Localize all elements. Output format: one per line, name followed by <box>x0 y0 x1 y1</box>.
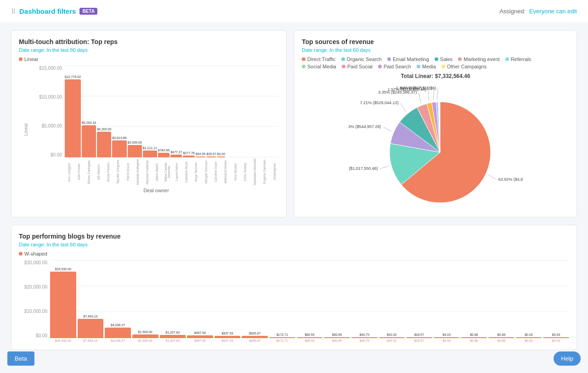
pie-legend-label: Organic Search <box>347 56 382 62</box>
beta-button[interactable]: Beta <box>7 351 34 357</box>
chart1-bar-label: $2,813.66 <box>112 136 126 139</box>
chart1-bar <box>158 153 170 157</box>
chart3-bar-col: $7,463.10 <box>78 260 104 338</box>
chart3-bar-label: $1,207.82 <box>165 331 180 334</box>
chart3-y-labels: $30,000.00 $20,000.00 $10,000.00 $0.00 <box>19 260 50 338</box>
pie-legend-dot <box>378 65 382 68</box>
pie-legend-label: Paid Social <box>347 64 373 69</box>
chart1-bar <box>112 140 126 158</box>
y-label-3: $0.00 <box>34 152 62 157</box>
header-left: ⠿ Dashboard filters BETA <box>11 7 97 15</box>
chart1-x-label: Laura Fallon <box>172 158 181 186</box>
chart1-bar-label: $477.27 <box>170 150 182 154</box>
chart3-x-label: $1,500.00 <box>132 339 158 342</box>
pie-leader-line <box>488 175 497 180</box>
chart1-legend-dot <box>19 57 23 61</box>
chart1-bar <box>170 155 182 157</box>
chart1-bar-col: $784.95 <box>158 66 170 157</box>
beta-badge: BETA <box>79 8 97 15</box>
pie-legend-label: Other Campaigns <box>447 64 486 69</box>
chart1-bar-label: $5,263.16 <box>82 121 96 124</box>
chart1-bar-label: $4,200.00 <box>97 128 111 131</box>
assigned-value[interactable]: Everyone can edit <box>529 8 577 15</box>
chart1-x-label: Aleksand Derjev <box>221 158 230 186</box>
chart2-card: Top sources of revenue Date range: In th… <box>294 30 577 217</box>
chart1-bar-label: $1,111.11 <box>143 146 157 150</box>
assigned-label: Assigned: <box>499 8 526 15</box>
chart3-title: Top performing blogs by revenue <box>19 233 569 240</box>
chart3-bar-col: $937.53 <box>215 260 241 338</box>
chart3-bar-label: $46.75 <box>359 333 369 336</box>
pie-legend-item: Direct Traffic <box>302 56 336 62</box>
chart1-x-label: Kim Lindgren <box>65 158 74 186</box>
chart3-bar-col: $0.88 <box>488 260 514 338</box>
chart3-bar-col: $0.03 <box>543 260 569 338</box>
pie-legend-label: Sales <box>440 56 453 62</box>
chart1-bar-col <box>232 66 236 157</box>
chart1-bar-col: $2,009.09 <box>128 66 142 157</box>
pie-legend-item: Paid Social <box>342 64 373 69</box>
y-label-1: $10,000.00 <box>34 95 62 100</box>
chart1-legend: Linear <box>19 56 279 62</box>
chart3-bar-label: $997.50 <box>194 331 206 334</box>
row-1: Multi-touch attribution: Top reps Date r… <box>11 30 577 217</box>
chart3-bar-col: $997.50 <box>187 260 213 338</box>
chart3-x-label: $997.50 <box>187 339 213 342</box>
chart3-x-label: $25,530.00 <box>50 339 76 342</box>
grid-icon: ⠿ <box>11 8 16 15</box>
chart1-bar-label: $277.78 <box>183 151 194 155</box>
pie-leader-line <box>383 127 392 131</box>
pie-legend-item: Social Media <box>302 64 336 69</box>
chart3-bar-label: $80.65 <box>332 333 342 336</box>
chart3-x-label: $0.88 <box>488 339 514 342</box>
chart3-bar <box>406 337 432 338</box>
chart1-bar-col <box>253 66 258 157</box>
chart3-bar <box>187 335 213 338</box>
chart3-bar <box>351 337 378 338</box>
chart3-bar-label: $937.53 <box>221 332 233 335</box>
pie-legend-dot <box>441 65 445 68</box>
chart1-x-label: Morgan Duncan <box>202 158 210 186</box>
chart3-bar-col: $46.75 <box>351 260 378 338</box>
chart3-bar-col: $25,530.00 <box>50 260 76 338</box>
pie-legend-dot <box>435 57 438 61</box>
chart1-bar-col: $277.78 <box>183 66 194 157</box>
pie-legend-dot <box>387 57 391 61</box>
chart3-bar <box>543 337 569 338</box>
chart3-x-label: $0.03 <box>543 339 569 342</box>
chart3-bar-col: $1,207.82 <box>160 260 186 338</box>
chart3-bar-label: $4,036.37 <box>111 323 125 327</box>
chart1-bar-col: $5,263.16 <box>82 66 96 157</box>
chart1-x-label: Sebastian Mocellin <box>250 158 259 186</box>
chart3-bar-label: $86.55 <box>305 333 314 336</box>
chart1-bar-col: $477.27 <box>170 66 182 157</box>
y-label-2: $5,000.00 <box>34 123 62 128</box>
chart3-bar-label: $0.88 <box>498 333 506 336</box>
chart2-subtitle: Date range: In the last 60 days <box>302 47 569 53</box>
chart1-inner: $15,000.00 $10,000.00 $5,000.00 $0.00 <box>34 66 279 193</box>
chart1-x-axis-title: Deal owner <box>34 188 279 193</box>
chart1-bar-label: $4.00 <box>217 152 226 156</box>
chart1-bar-col <box>237 66 242 157</box>
chart3-bar <box>160 335 186 338</box>
chart3-body: $30,000.00 $20,000.00 $10,000.00 $0.00 $… <box>19 260 569 338</box>
header-right: Assigned: Everyone can edit <box>499 8 577 15</box>
chart1-x-label: Unassigned <box>270 158 279 186</box>
main-content: Multi-touch attribution: Top reps Date r… <box>0 23 588 357</box>
pie-leader-line <box>437 88 438 100</box>
chart3-bar-label: $28.57 <box>414 333 424 336</box>
chart1-x-label: Richie Carbajale <box>85 158 93 186</box>
chart1-x-label: Alli Maison <box>94 158 103 186</box>
help-button[interactable]: Help <box>554 351 581 357</box>
chart3-bar-col: $0.03 <box>516 260 542 338</box>
chart1-bar <box>97 132 111 157</box>
chart1-bar-col: $12,776.92 <box>65 66 81 157</box>
pie-chart-svg: 63.92% ($4,687,233.79)13.88% ($1,017,550… <box>348 81 523 210</box>
chart1-bar-col <box>264 66 268 157</box>
chart1-card: Multi-touch attribution: Top reps Date r… <box>11 30 287 217</box>
chart3-bar <box>105 328 131 338</box>
chart3-bar-col: $40.32 <box>379 260 405 338</box>
chart1-bar-col: $1,111.11 <box>143 66 157 157</box>
dashboard-filters-title[interactable]: Dashboard filters <box>19 7 76 15</box>
row-2: Top performing blogs by revenue Date ran… <box>11 225 577 350</box>
